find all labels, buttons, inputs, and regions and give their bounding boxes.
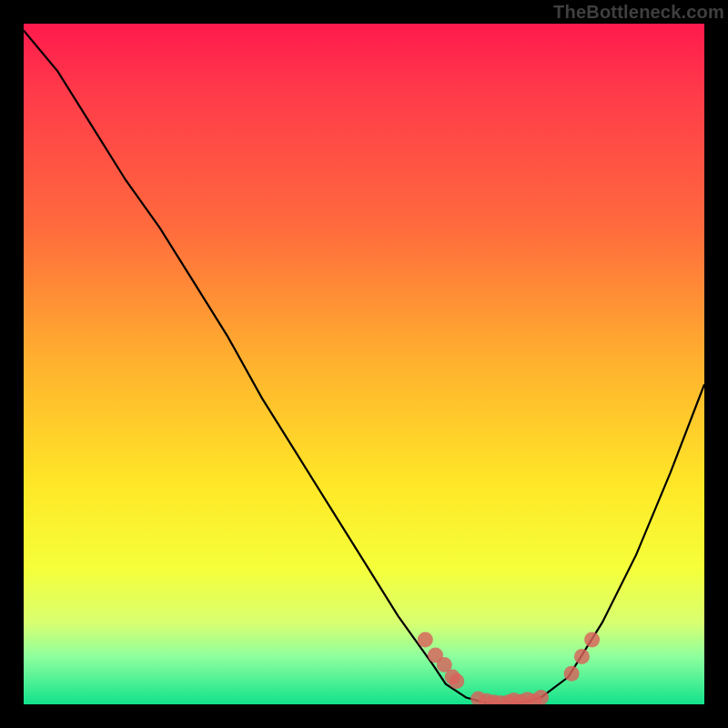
data-point — [564, 666, 580, 682]
data-point — [584, 632, 600, 647]
data-point — [449, 673, 464, 689]
bottleneck-curve — [24, 31, 704, 705]
data-points-group — [418, 632, 600, 704]
chart-svg — [24, 24, 704, 704]
data-point — [533, 690, 549, 704]
data-point — [418, 632, 433, 647]
plot-area — [24, 24, 704, 704]
chart-outer-frame: TheBottleneck.com — [0, 0, 728, 728]
watermark-text: TheBottleneck.com — [553, 2, 724, 23]
data-point — [574, 649, 590, 664]
